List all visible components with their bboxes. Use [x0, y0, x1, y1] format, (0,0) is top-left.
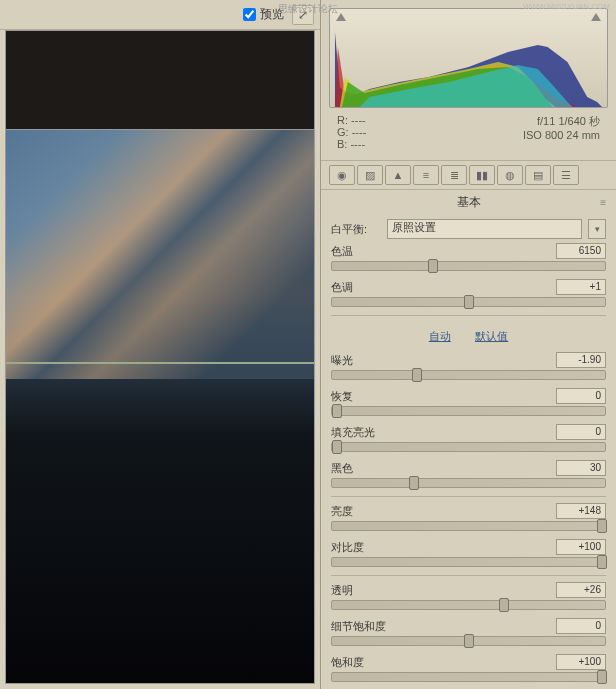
exposure-thumb[interactable] — [412, 368, 422, 382]
preview-checkbox-wrap[interactable]: 预览 — [243, 6, 284, 23]
saturation-thumb[interactable] — [597, 670, 607, 684]
top-toolbar: 预览 ⤢ — [0, 0, 320, 30]
vibrance-value[interactable]: 0 — [556, 618, 606, 634]
contrast-thumb[interactable] — [597, 555, 607, 569]
b-value: B: ---- — [337, 138, 469, 150]
tab-hsl-icon[interactable]: ≡ — [413, 165, 439, 185]
default-link[interactable]: 默认值 — [475, 330, 508, 342]
brightness-value[interactable]: +148 — [556, 503, 606, 519]
temperature-value[interactable]: 6150 — [556, 243, 606, 259]
image-canvas-top — [5, 30, 315, 130]
brightness-thumb[interactable] — [597, 519, 607, 533]
tint-label: 色调 — [331, 280, 353, 295]
rgb-info: R: ---- G: ---- B: ---- — [337, 114, 469, 150]
temperature-label: 色温 — [331, 244, 353, 259]
vibrance-track[interactable] — [331, 636, 606, 646]
auto-link[interactable]: 自动 — [429, 330, 451, 342]
wb-label: 白平衡: — [331, 222, 381, 237]
fullscreen-icon[interactable]: ⤢ — [292, 5, 314, 25]
white-balance-row: 白平衡: 原照设置 ▾ — [331, 219, 606, 239]
separator — [331, 496, 606, 497]
saturation-track[interactable] — [331, 672, 606, 682]
tab-curve-icon[interactable]: ▨ — [357, 165, 383, 185]
saturation-value[interactable]: +100 — [556, 654, 606, 670]
tab-detail-icon[interactable]: ▲ — [385, 165, 411, 185]
fill-light-label: 填充亮光 — [331, 425, 375, 440]
r-value: R: ---- — [337, 114, 469, 126]
contrast-value[interactable]: +100 — [556, 539, 606, 555]
recovery-slider: 恢复 0 — [331, 388, 606, 416]
tab-split-icon[interactable]: ≣ — [441, 165, 467, 185]
tint-thumb[interactable] — [464, 295, 474, 309]
info-row: R: ---- G: ---- B: ---- f/11 1/640 秒 ISO… — [329, 108, 608, 152]
fill-light-slider: 填充亮光 0 — [331, 424, 606, 452]
preview-label: 预览 — [260, 6, 284, 23]
vibrance-slider: 细节饱和度 0 — [331, 618, 606, 646]
histogram-section: R: ---- G: ---- B: ---- f/11 1/640 秒 ISO… — [321, 0, 616, 160]
temperature-thumb[interactable] — [428, 259, 438, 273]
clarity-track[interactable] — [331, 600, 606, 610]
horizon-decoration — [6, 362, 314, 364]
tab-fx-icon[interactable]: ◍ — [497, 165, 523, 185]
recovery-value[interactable]: 0 — [556, 388, 606, 404]
brightness-track[interactable] — [331, 521, 606, 531]
g-value: G: ---- — [337, 126, 469, 138]
vibrance-thumb[interactable] — [464, 634, 474, 648]
clarity-slider: 透明 +26 — [331, 582, 606, 610]
tab-presets-icon[interactable]: ☰ — [553, 165, 579, 185]
tint-slider: 色调 +1 — [331, 279, 606, 307]
histogram[interactable] — [329, 8, 608, 108]
temperature-track[interactable] — [331, 261, 606, 271]
blacks-track[interactable] — [331, 478, 606, 488]
contrast-slider: 对比度 +100 — [331, 539, 606, 567]
separator — [331, 575, 606, 576]
tab-camera-icon[interactable]: ▤ — [525, 165, 551, 185]
blacks-slider: 黑色 30 — [331, 460, 606, 488]
exposure-label: 曝光 — [331, 353, 353, 368]
image-area — [0, 30, 320, 689]
fill-light-thumb[interactable] — [332, 440, 342, 454]
links-row: 自动 默认值 — [331, 322, 606, 352]
tab-basic-icon[interactable]: ◉ — [329, 165, 355, 185]
exif-info: f/11 1/640 秒 ISO 800 24 mm — [469, 114, 601, 150]
panel-tabs: ◉ ▨ ▲ ≡ ≣ ▮▮ ◍ ▤ ☰ — [321, 160, 616, 190]
shadow-clip-icon[interactable] — [336, 13, 346, 21]
panel-header: 基本 ≡ — [321, 190, 616, 213]
separator — [331, 315, 606, 316]
brightness-label: 亮度 — [331, 504, 353, 519]
fill-light-value[interactable]: 0 — [556, 424, 606, 440]
wb-dropdown-icon[interactable]: ▾ — [588, 219, 606, 239]
preview-checkbox[interactable] — [243, 8, 256, 21]
temperature-slider: 色温 6150 — [331, 243, 606, 271]
iso-focal: ISO 800 24 mm — [469, 129, 601, 141]
brightness-slider: 亮度 +148 — [331, 503, 606, 531]
blacks-value[interactable]: 30 — [556, 460, 606, 476]
clarity-value[interactable]: +26 — [556, 582, 606, 598]
controls-section: 白平衡: 原照设置 ▾ 色温 6150 色调 +1 自动 默认值 曝光 — [321, 213, 616, 689]
blacks-label: 黑色 — [331, 461, 353, 476]
histogram-graph — [330, 27, 607, 107]
highlight-clip-icon[interactable] — [591, 13, 601, 21]
contrast-label: 对比度 — [331, 540, 364, 555]
clarity-thumb[interactable] — [499, 598, 509, 612]
wb-select[interactable]: 原照设置 — [387, 219, 582, 239]
fill-light-track[interactable] — [331, 442, 606, 452]
exposure-track[interactable] — [331, 370, 606, 380]
exposure-slider: 曝光 -1.90 — [331, 352, 606, 380]
adjustment-panel: R: ---- G: ---- B: ---- f/11 1/640 秒 ISO… — [320, 0, 616, 689]
tint-track[interactable] — [331, 297, 606, 307]
vibrance-label: 细节饱和度 — [331, 619, 386, 634]
saturation-slider: 饱和度 +100 — [331, 654, 606, 682]
exposure-value[interactable]: -1.90 — [556, 352, 606, 368]
recovery-track[interactable] — [331, 406, 606, 416]
clarity-label: 透明 — [331, 583, 353, 598]
tint-value[interactable]: +1 — [556, 279, 606, 295]
contrast-track[interactable] — [331, 557, 606, 567]
panel-title: 基本 — [457, 195, 481, 209]
preview-image[interactable] — [5, 130, 315, 684]
recovery-thumb[interactable] — [332, 404, 342, 418]
tab-lens-icon[interactable]: ▮▮ — [469, 165, 495, 185]
blacks-thumb[interactable] — [409, 476, 419, 490]
panel-menu-icon[interactable]: ≡ — [600, 196, 606, 207]
recovery-label: 恢复 — [331, 389, 353, 404]
